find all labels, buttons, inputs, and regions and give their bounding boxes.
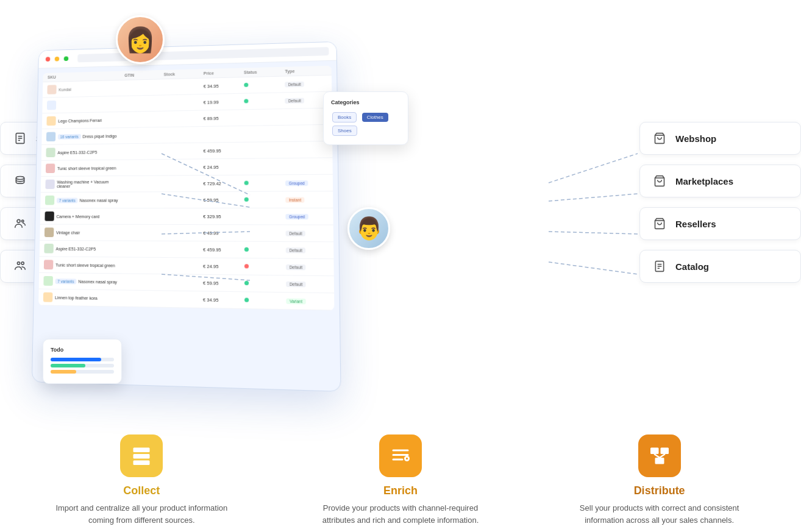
table-row: Tunic short sleeve tropical green € 24.9… — [41, 158, 333, 177]
cart-webshop-icon — [652, 131, 667, 146]
todo-bar-3 — [51, 370, 114, 374]
svg-rect-33 — [650, 448, 659, 455]
svg-rect-28 — [392, 454, 408, 456]
table-row: Washing machine + Vacuum cleaner € 729.4… — [41, 175, 333, 193]
card-catalog[interactable]: Catalog — [639, 250, 801, 283]
collect-title: Collect — [50, 484, 233, 497]
avatar-man: 👨 — [347, 207, 390, 250]
distribute-title: Distribute — [568, 484, 751, 497]
svg-rect-27 — [392, 450, 408, 452]
marketplaces-label: Marketplaces — [675, 176, 733, 186]
svg-rect-25 — [134, 454, 150, 459]
webshop-label: Webshop — [675, 133, 716, 144]
col-type: Type — [285, 68, 326, 74]
tag-books: Books — [332, 112, 357, 122]
document-catalog-icon — [652, 259, 667, 274]
screenshot-header — [38, 42, 336, 69]
distribute-icon — [649, 445, 671, 467]
collect-icon — [130, 445, 152, 467]
categories-tags: Books Clothes Shoes — [331, 110, 400, 137]
card-marketplaces[interactable]: Marketplaces — [639, 165, 801, 197]
svg-rect-24 — [134, 448, 150, 453]
right-cards-container: Webshop Marketplaces Resellers — [639, 122, 801, 283]
svg-line-4 — [549, 154, 638, 183]
enrich-section: Enrich Provide your products with channe… — [309, 434, 492, 526]
product-table: SKU GTIN Stock Price Status Type Kundal … — [38, 66, 334, 311]
tag-shoes: Shoes — [332, 126, 357, 136]
table-row: 7 variantsNasonex nasal spray € 59.95 In… — [40, 191, 333, 208]
card-resellers[interactable]: Resellers — [639, 207, 801, 240]
col-status: Status — [244, 69, 285, 75]
enrich-desc: Provide your products with channel-requi… — [309, 502, 492, 526]
svg-line-5 — [549, 194, 638, 201]
enrich-title: Enrich — [309, 484, 492, 497]
svg-rect-29 — [392, 459, 403, 461]
tag-clothes: Clothes — [362, 113, 388, 122]
card-webshop[interactable]: Webshop — [639, 122, 801, 155]
col-gtin: GTIN — [124, 73, 163, 77]
svg-rect-26 — [134, 461, 150, 466]
dot-red — [46, 57, 51, 62]
enrich-icon — [390, 445, 411, 467]
svg-rect-34 — [660, 448, 669, 455]
cart-resellers-icon — [652, 216, 667, 231]
todo-title: Todo — [51, 347, 114, 353]
collect-icon-wrap — [120, 434, 163, 477]
svg-line-7 — [549, 262, 638, 274]
col-stock: Stock — [163, 71, 203, 76]
bottom-section: Collect Import and centralize all your p… — [0, 434, 801, 526]
svg-line-36 — [654, 454, 660, 458]
categories-popup: Categories Books Clothes Shoes — [323, 91, 408, 145]
col-sku: SKU — [48, 73, 124, 79]
distribute-section: Distribute Sell your products with corre… — [568, 434, 751, 526]
table-row: Linnen top feather kora € 34.95 Variant — [38, 289, 334, 311]
cart-marketplaces-icon — [652, 174, 667, 188]
main-container: Suppliers ERP Partners — [0, 0, 801, 532]
collect-section: Collect Import and centralize all your p… — [50, 434, 233, 526]
col-price: Price — [204, 70, 244, 75]
svg-line-37 — [660, 454, 665, 458]
collect-desc: Import and centralize all your product i… — [50, 502, 233, 526]
enrich-icon-wrap — [379, 434, 422, 477]
table-row: Aspire E51-332-C2P5 € 459.95 Default — [40, 241, 334, 259]
todo-bar-2 — [51, 364, 114, 367]
dot-yellow — [55, 57, 60, 62]
dot-green — [64, 56, 69, 61]
distribute-desc: Sell your products with correct and cons… — [568, 502, 751, 526]
distribute-icon-wrap — [638, 434, 681, 477]
svg-line-6 — [549, 232, 638, 234]
avatar-woman: 👩 — [116, 15, 165, 64]
todo-bar-1 — [51, 358, 114, 361]
center-screenshot: 👩 SKU GTIN Stock Price Status Type — [6, 18, 384, 396]
resellers-label: Resellers — [675, 219, 716, 229]
table-row: Vintage chair € 49.99 Default — [40, 225, 333, 243]
table-row: Camera + Memory card € 329.95 Grouped — [40, 208, 333, 225]
svg-rect-35 — [655, 458, 664, 464]
categories-title: Categories — [331, 99, 400, 105]
catalog-label: Catalog — [675, 261, 709, 272]
todo-popup: Todo — [43, 339, 122, 384]
